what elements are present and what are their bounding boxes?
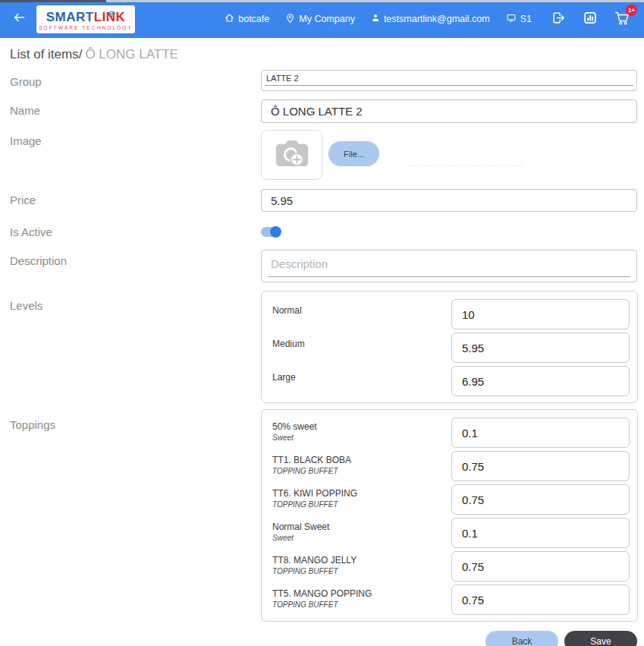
description-box [261,250,637,282]
save-button[interactable]: Save [564,631,637,646]
nav-item-company[interactable]: My Company [285,13,355,26]
toppings-label: Toppings [10,409,261,431]
top-edge-strip-dark [0,0,106,2]
nav-item-account[interactable]: testsmartlink@gmail.com [371,13,490,25]
level-row: Medium [272,332,630,363]
topping-name: TT5. MANGO POPPING [272,588,451,599]
logout-icon [551,11,566,27]
topping-price-input[interactable] [451,451,630,481]
topping-row: TT5. MANGO POPPING TOPPING BUFFET [272,585,630,615]
description-label: Description [10,250,261,267]
image-label: Image [10,130,261,147]
level-name: Medium [272,339,451,349]
name-row: Name [0,99,644,123]
levels-label: Levels [10,291,261,312]
topping-price-input[interactable] [451,585,630,615]
name-label: Name [10,99,261,117]
location-pin-icon [285,13,299,26]
image-upload-box[interactable] [261,130,322,180]
level-name: Normal [272,305,451,316]
topping-price-input[interactable] [451,484,630,515]
breadcrumb-current: Ô LONG LATTE [85,47,178,61]
level-name: Large [272,372,451,383]
description-row: Description [0,250,644,282]
topping-row: Normal Sweet Sweet [272,518,630,548]
nav-station-label: S1 [520,14,532,24]
topping-name: TT6. KIWI POPPING [272,488,451,499]
topping-category: TOPPING BUFFET [272,600,451,609]
toggle-knob [270,226,281,238]
file-upload-button[interactable]: File... [328,141,379,166]
nav-item-store[interactable]: botcafe [225,13,269,25]
toppings-panel: 50% sweet Sweet TT1. BLACK BOBA TOPPING … [261,409,638,622]
levels-panel: Normal Medium Large [261,291,638,403]
topping-row: TT6. KIWI POPPING TOPPING BUFFET [272,484,630,515]
wifi-icon [107,7,116,14]
topping-price-input[interactable] [451,518,630,548]
back-button[interactable]: Back [485,631,558,646]
is-active-row: Is Active [0,224,644,238]
topping-row: TT1. BLACK BOBA TOPPING BUFFET [272,451,630,481]
toppings-row: Toppings 50% sweet Sweet TT1. BLACK BOBA… [0,409,644,622]
form-actions: Back Save [0,631,637,646]
group-value: LATTE 2 [266,74,299,83]
topping-category: TOPPING BUFFET [272,467,451,475]
arrow-left-icon [12,11,26,27]
topping-row: TT8. MANGO JELLY TOPPING BUFFET [272,551,630,581]
logo-smart-text: SMART [46,10,94,24]
level-row: Large [272,366,630,396]
topping-name: Normal Sweet [272,522,451,532]
nav-account-label: testsmartlink@gmail.com [384,14,490,24]
is-active-label: Is Active [10,224,261,238]
app-header: SMARTLINK SOFTWARE TECHNOLOGY botcafe My… [0,0,644,38]
breadcrumb-section: List of items/ [10,47,82,61]
is-active-toggle[interactable] [261,227,281,237]
main-content: List of items/Ô LONG LATTE Group LATTE 2… [0,38,644,646]
topping-category: TOPPING BUFFET [272,567,451,575]
camera-plus-icon [272,137,312,173]
logo-subtitle: SOFTWARE TECHNOLOGY [39,25,133,30]
group-select[interactable]: LATTE 2 [261,70,637,91]
user-icon [371,13,384,25]
logout-button[interactable] [551,11,566,27]
topping-row: 50% sweet Sweet [272,418,630,448]
topping-category: Sweet [272,433,451,442]
topping-name: TT1. BLACK BOBA [272,455,451,465]
smartlink-logo[interactable]: SMARTLINK SOFTWARE TECHNOLOGY [36,5,135,33]
level-price-input[interactable] [451,299,630,329]
nav-item-station[interactable]: S1 [506,13,532,25]
nav-store-label: botcafe [238,14,269,24]
description-underline [268,276,630,277]
reports-button[interactable] [583,11,597,27]
topping-category: TOPPING BUFFET [272,500,451,509]
bar-chart-icon [583,11,597,27]
cart-button[interactable]: 1+ [614,11,630,28]
name-input[interactable] [261,99,637,123]
level-price-input[interactable] [451,332,630,363]
group-underline [265,85,633,86]
nav-company-label: My Company [299,14,355,24]
topping-category: Sweet [272,534,451,542]
levels-row: Levels Normal Medium Large [0,291,644,403]
faint-text-artifact [410,165,522,166]
cart-badge: 1+ [626,5,637,16]
topping-name: 50% sweet [272,421,451,432]
image-row: Image File... [0,130,644,180]
group-label: Group [10,70,261,88]
header-nav: botcafe My Company testsmartlink@gmail.c… [225,13,532,26]
home-icon [225,13,238,25]
price-label: Price [10,189,261,206]
topping-name: TT8. MANGO JELLY [272,555,451,566]
topping-price-input[interactable] [451,551,630,581]
price-row: Price [0,189,644,212]
level-price-input[interactable] [451,366,630,396]
level-row: Normal [272,299,630,329]
page-title: List of items/Ô LONG LATTE [10,47,644,62]
topping-price-input[interactable] [451,418,630,448]
header-back-button[interactable] [6,6,32,32]
top-edge-strip [0,0,644,2]
monitor-icon [506,13,520,25]
group-row: Group LATTE 2 [0,70,644,91]
price-input[interactable] [261,189,637,212]
header-icon-group: 1+ [551,11,630,28]
